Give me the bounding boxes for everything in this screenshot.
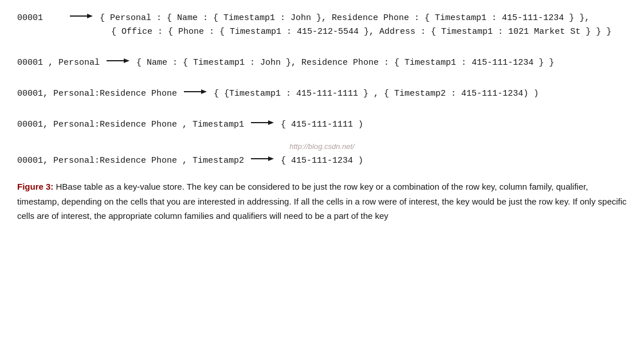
row1-arrow — [70, 11, 93, 21]
row3-key: 00001, Personal:Residence Phone — [17, 87, 177, 101]
row4-value: { 415-111-1111 ) — [281, 118, 627, 132]
row2-key: 00001 , Personal — [17, 56, 100, 70]
row4-arrow — [251, 118, 274, 127]
svg-marker-3 — [124, 58, 129, 63]
diagram-row-5: 00001, Personal:Residence Phone , Timest… — [17, 154, 627, 168]
row4-key: 00001, Personal:Residence Phone , Timest… — [17, 118, 244, 132]
figure-label: Figure 3: — [17, 182, 53, 191]
figure-caption: Figure 3: HBase table as a key-value sto… — [17, 179, 627, 223]
row2-arrow — [107, 56, 129, 65]
row1-value: { Personal : { Name : { Timestamp1 : Joh… — [100, 11, 627, 39]
svg-marker-1 — [87, 14, 93, 18]
row5-key: 00001, Personal:Residence Phone , Timest… — [17, 154, 244, 168]
row5-value: { 415-111-1234 ) — [281, 154, 627, 168]
watermark: http://blog.csdn.net/ — [17, 142, 627, 151]
figure-text: HBase table as a key-value store. The ke… — [17, 182, 627, 221]
diagram-row-1: 00001 { Personal : { Name : { Timestamp1… — [17, 11, 627, 39]
row3-value: { {Timestamp1 : 415-111-1111 } , { Times… — [214, 87, 627, 101]
svg-marker-5 — [201, 89, 207, 94]
row5-arrow — [251, 154, 274, 163]
row1-key: 00001 — [17, 11, 63, 25]
diagram-row-2: 00001 , Personal { Name : { Timestamp1 :… — [17, 56, 627, 70]
diagram-row-3: 00001, Personal:Residence Phone { {Times… — [17, 87, 627, 101]
row2-value: { Name : { Timestamp1 : John }, Residenc… — [136, 56, 627, 70]
svg-marker-9 — [268, 156, 274, 161]
row3-arrow — [184, 87, 207, 96]
diagram-row-4: 00001, Personal:Residence Phone , Timest… — [17, 118, 627, 132]
svg-marker-7 — [268, 120, 274, 125]
